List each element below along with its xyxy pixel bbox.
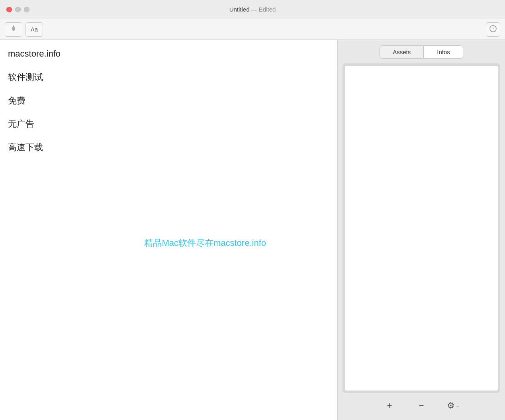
add-button[interactable]: + [383,399,396,412]
toolbar: Aa i [0,19,505,40]
watermark-text: 精品Mac软件尽在macstore.info [144,237,266,249]
editor-line-1[interactable]: macstore.info [8,48,329,60]
toolbar-left: Aa [5,22,43,37]
font-button[interactable]: Aa [25,22,43,37]
titlebar: Untitled — Edited [0,0,505,19]
info-button[interactable]: i [486,22,500,37]
remove-button[interactable]: − [415,399,428,412]
gear-button[interactable]: ⚙ ⌄ [447,399,460,412]
editor-line-2[interactable]: 软件测试 [8,71,329,84]
color-button[interactable] [5,22,22,37]
editor-content: macstore.info 软件测试 免费 无广告 高速下载 [8,48,329,154]
preview-area [343,63,500,393]
window-title: Untitled — Edited [229,6,276,13]
editor-line-5[interactable]: 高速下载 [8,141,329,154]
window-controls [6,7,29,12]
add-icon: + [387,400,392,411]
font-icon: Aa [31,26,38,33]
document-name: Untitled [229,6,250,13]
preview-inner [345,66,498,391]
gear-icon: ⚙ [447,400,455,411]
svg-text:i: i [492,26,493,31]
tab-assets[interactable]: Assets [380,45,424,59]
title-separator: — [251,6,259,13]
tab-infos[interactable]: Infos [424,45,463,59]
editor-line-3[interactable]: 免费 [8,95,329,107]
info-icon: i [489,25,497,34]
gear-with-chevron: ⚙ ⌄ [447,400,460,411]
right-panel: Assets Infos + − ⚙ ⌄ [338,40,505,420]
color-icon [10,24,18,34]
editor-line-4[interactable]: 无广告 [8,118,329,130]
chevron-down-icon: ⌄ [456,403,460,408]
maximize-button[interactable] [24,7,29,12]
bottom-actions: + − ⚙ ⌄ [343,396,500,415]
tabs-bar: Assets Infos [343,45,500,59]
minimize-button[interactable] [15,7,21,12]
edited-label: Edited [259,6,276,13]
editor-panel[interactable]: macstore.info 软件测试 免费 无广告 高速下载 精品Mac软件尽在… [0,40,338,420]
remove-icon: − [419,400,424,411]
close-button[interactable] [6,7,12,12]
main-area: macstore.info 软件测试 免费 无广告 高速下载 精品Mac软件尽在… [0,40,505,420]
